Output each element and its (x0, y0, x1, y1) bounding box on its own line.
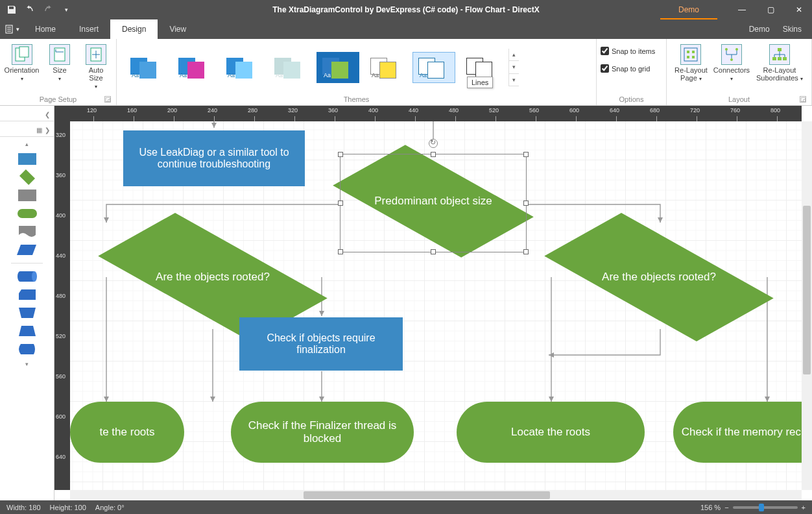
shape-gray-rect[interactable] (17, 188, 38, 203)
tab-demo[interactable]: Demo (749, 25, 770, 34)
shape-document[interactable] (17, 224, 38, 239)
status-width: Width: 180 (6, 504, 41, 511)
shapes-collapse-icon[interactable]: ▴ (0, 140, 54, 149)
themes-group-label: Themes (344, 95, 370, 103)
theme-thumb-4[interactable]: Aa (269, 52, 311, 83)
theme-thumb-6[interactable]: Aa (364, 52, 407, 83)
zoom-slider-thumb[interactable] (759, 504, 764, 511)
minimize-button[interactable]: — (729, 0, 755, 19)
canvas-area: 1201602002402803203604004404805205606006… (54, 106, 812, 500)
connectors-label: Connectors (713, 66, 750, 74)
shape-leakdiag[interactable]: Use LeakDiag or a similar tool to contin… (123, 130, 305, 186)
zoom-out-icon[interactable]: − (724, 504, 728, 511)
shape-manual-op[interactable] (17, 305, 38, 321)
shape-rooted-left[interactable]: Are the objects rooted? (105, 223, 320, 332)
ribbon-tabs: ▾ Home Insert Design View Demo Skins (0, 19, 812, 39)
ribbon: Orientation▾ Size▾ Auto Size▾ Page Setup… (0, 39, 812, 106)
svg-rect-17 (772, 57, 776, 60)
tab-skins[interactable]: Skins (783, 25, 802, 34)
resize-handle-w[interactable] (338, 201, 343, 206)
resize-handle-e[interactable] (523, 201, 529, 206)
resize-handle-se[interactable] (523, 249, 529, 254)
shape-terminator[interactable] (17, 206, 38, 221)
resize-handle-ne[interactable] (523, 152, 529, 157)
shape-display[interactable] (17, 341, 38, 357)
svg-rect-19 (783, 57, 787, 60)
theme-tooltip: Lines (467, 77, 493, 88)
snap-items-checkbox[interactable]: Snap to items (601, 45, 662, 56)
svg-point-13 (725, 48, 728, 51)
svg-rect-8 (684, 48, 697, 61)
shape-finalizer[interactable]: Check if the Finalizer thread is blocked (231, 402, 414, 463)
shape-reclaimed[interactable]: Check if the memory reclaimed (673, 402, 802, 463)
tab-home[interactable]: Home (23, 19, 67, 39)
shape-locate-2[interactable]: Locate the roots (457, 402, 645, 463)
tab-design[interactable]: Design (110, 19, 158, 39)
svg-rect-5 (19, 47, 29, 57)
relayout-page-label: Re-Layout Page (675, 66, 708, 82)
demo-badge[interactable]: Demo (660, 0, 717, 19)
stencil-icon[interactable]: ▦ (36, 127, 42, 134)
theme-thumb-2[interactable]: Aa (173, 52, 215, 83)
resize-handle-s[interactable] (431, 249, 436, 254)
shape-card[interactable] (17, 287, 38, 302)
snap-grid-checkbox[interactable]: Snap to grid (601, 63, 662, 74)
themes-gallery[interactable]: Aa Aa Aa Aa Aa Aa Aa ▴▾▾ (121, 42, 592, 93)
zoom-slider[interactable] (733, 506, 798, 509)
shape-diamond[interactable] (17, 169, 38, 185)
qat-dropdown-icon[interactable]: ▾ (60, 3, 73, 16)
undo-icon[interactable] (23, 3, 36, 16)
theme-thumb-1[interactable]: Aa (125, 52, 167, 83)
zoom-in-icon[interactable]: + (802, 504, 806, 511)
shapes-panel-collapse-icon[interactable]: ❮ (0, 108, 54, 121)
close-button[interactable]: ✕ (786, 0, 812, 19)
size-button[interactable]: Size▾ (43, 42, 76, 85)
shape-cylinder-h[interactable] (17, 269, 38, 284)
shape-trapezoid[interactable] (17, 323, 38, 339)
tab-insert[interactable]: Insert (67, 19, 110, 39)
shapes-expand-icon[interactable]: ▾ (0, 360, 54, 369)
connectors-button[interactable]: Connectors▾ (715, 42, 748, 85)
save-icon[interactable] (5, 3, 18, 16)
horizontal-scrollbar[interactable] (70, 490, 802, 500)
selection-box[interactable] (340, 154, 527, 252)
theme-thumb-7-hover[interactable]: Aa (412, 52, 455, 83)
vertical-scrollbar[interactable] (802, 121, 812, 490)
shape-parallelogram[interactable] (17, 242, 38, 258)
svg-rect-12 (692, 56, 695, 58)
shape-rooted-right[interactable]: Are the objects rooted? (551, 223, 767, 332)
stencil-expand-icon[interactable]: ❯ (45, 127, 50, 134)
theme-thumb-5-selected[interactable]: Aa (316, 52, 359, 83)
resize-handle-n[interactable] (431, 152, 436, 157)
relayout-sub-label: Re-Layout Subordinates (756, 66, 798, 82)
maximize-button[interactable]: ▢ (758, 0, 783, 19)
shapes-panel: ❮ ▦❯ ▴ ▾ (0, 106, 54, 500)
shape-rectangle[interactable] (17, 151, 38, 167)
diagram-canvas[interactable]: Use LeakDiag or a similar tool to contin… (70, 121, 802, 490)
app-menu-icon[interactable]: ▾ (0, 24, 23, 34)
tab-view[interactable]: View (158, 19, 198, 39)
h-scroll-thumb[interactable] (304, 491, 550, 499)
connectors-icon (721, 44, 742, 65)
resize-handle-sw[interactable] (338, 249, 343, 254)
redo-icon[interactable] (42, 3, 54, 16)
theme-thumb-3[interactable]: Aa (221, 52, 263, 83)
relayout-sub-button[interactable]: Re-Layout Subordinates ▾ (752, 42, 807, 85)
v-scroll-thumb[interactable] (803, 206, 811, 374)
page-setup-launcher-icon[interactable]: ◲ (104, 96, 111, 103)
autosize-label: Auto Size (89, 66, 104, 82)
resize-handle-nw[interactable] (338, 152, 343, 157)
autosize-button[interactable]: Auto Size▾ (80, 42, 112, 93)
status-zoom: 156 % (700, 504, 721, 511)
rotate-handle-icon[interactable] (429, 139, 438, 148)
relayout-page-button[interactable]: Re-Layout Page ▾ (671, 42, 711, 85)
svg-point-22 (32, 271, 37, 282)
orientation-button[interactable]: Orientation▾ (4, 42, 40, 85)
orientation-icon (12, 44, 32, 65)
autosize-icon (86, 44, 106, 65)
layout-launcher-icon[interactable]: ◲ (800, 96, 806, 103)
theme-scroll[interactable]: ▴▾▾ (508, 49, 519, 86)
shape-finalize[interactable]: Check if objects require finalization (239, 317, 403, 371)
page-setup-group-label: Page Setup (40, 95, 77, 103)
shape-locate-1[interactable]: te the roots (70, 402, 184, 463)
